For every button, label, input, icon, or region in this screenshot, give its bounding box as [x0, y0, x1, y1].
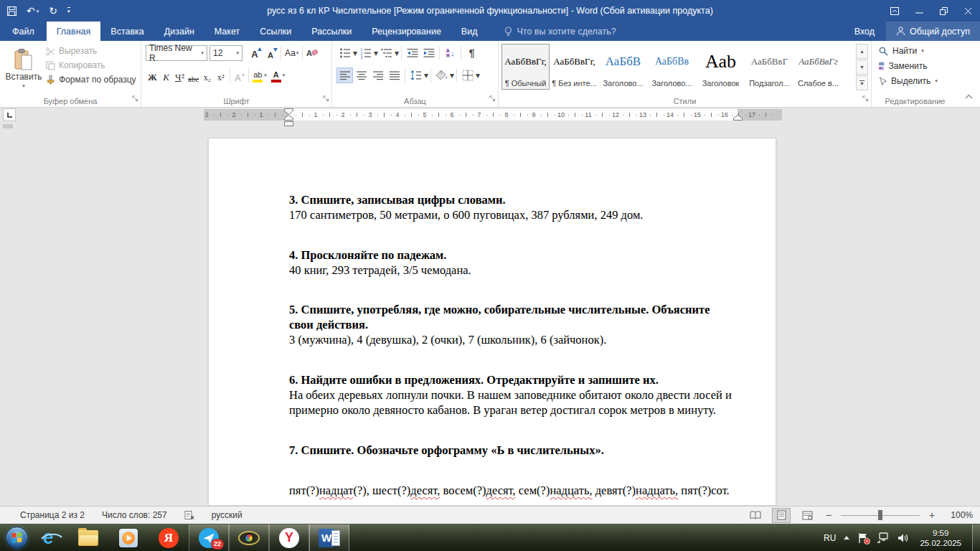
multilevel-dropdown-arrow[interactable]: ▾: [395, 48, 399, 58]
tab-home[interactable]: Главная: [47, 22, 101, 41]
first-line-indent-marker[interactable]: [284, 108, 293, 115]
font-color-button[interactable]: А: [270, 67, 283, 83]
subscript-button[interactable]: х₂: [200, 67, 214, 83]
print-layout-button[interactable]: [772, 508, 791, 523]
right-indent-marker[interactable]: [733, 115, 743, 121]
taskbar-yandex-browser-button[interactable]: Y: [269, 524, 309, 551]
action-center-icon[interactable]: [857, 532, 869, 544]
taskbar-word-button[interactable]: W: [309, 524, 349, 551]
clock[interactable]: 9:59 25.02.2025: [917, 528, 964, 548]
tab-design[interactable]: Дизайн: [154, 22, 204, 41]
find-dropdown-arrow[interactable]: ▾: [921, 48, 924, 54]
minimize-icon[interactable]: [907, 0, 931, 22]
zoom-out-button[interactable]: −: [824, 509, 834, 521]
superscript-button[interactable]: х²: [214, 67, 227, 83]
ribbon-display-options-icon[interactable]: [882, 0, 907, 22]
show-formatting-marks-button[interactable]: ¶: [463, 45, 480, 61]
page-indicator[interactable]: Страница 2 из 2: [20, 510, 85, 520]
zoom-slider[interactable]: [841, 510, 920, 520]
document-page[interactable]: 3. Спишите, записывая цифры словами.170 …: [208, 138, 776, 506]
tab-references[interactable]: Ссылки: [250, 22, 301, 41]
tab-file[interactable]: Файл: [0, 22, 47, 41]
doc-paragraph[interactable]: пят(?)надцат(?), шест(?)десят, восем(?)д…: [289, 483, 737, 498]
styles-scroll-up-button[interactable]: ▲: [856, 44, 868, 59]
close-icon[interactable]: [956, 0, 980, 22]
select-dropdown-arrow[interactable]: ▾: [935, 78, 938, 84]
clipboard-dialog-launcher-icon[interactable]: [132, 94, 138, 104]
align-right-button[interactable]: [369, 67, 386, 83]
sign-in-button[interactable]: Вход: [843, 22, 886, 41]
underline-button[interactable]: Ч▾: [173, 67, 187, 83]
paste-button[interactable]: Вставить ▾: [4, 43, 43, 95]
text-effects-button[interactable]: А▾: [232, 67, 246, 83]
customize-qat-icon[interactable]: ▾: [67, 7, 70, 14]
style-item-4[interactable]: АаБбВвЗаголово...: [648, 44, 696, 90]
tell-me-box[interactable]: Что вы хотите сделать?: [504, 22, 616, 41]
find-button[interactable]: Найти▾: [879, 46, 938, 56]
doc-paragraph[interactable]: 3 (мужчина), 4 (девушка), 2 (очки), 7 (ш…: [289, 332, 737, 347]
line-spacing-dropdown-arrow[interactable]: ▾: [424, 70, 428, 80]
shading-button[interactable]: [433, 67, 450, 83]
doc-paragraph[interactable]: На обеих деревьях лопнули почки. В нашем…: [289, 387, 737, 418]
start-button[interactable]: [6, 527, 28, 549]
show-desktop-button[interactable]: [972, 524, 980, 551]
bold-button[interactable]: Ж: [146, 67, 159, 83]
grow-font-button[interactable]: А: [247, 45, 263, 61]
font-dialog-launcher-icon[interactable]: [323, 94, 329, 104]
multilevel-list-button[interactable]: [378, 45, 395, 61]
left-indent-marker[interactable]: [284, 121, 293, 126]
zoom-level[interactable]: 100%: [944, 510, 973, 520]
style-item-6[interactable]: АаБбВвГПодзагол...: [745, 44, 793, 90]
proofing-status-icon[interactable]: [184, 510, 194, 520]
restore-icon[interactable]: [931, 0, 956, 22]
copy-button[interactable]: Копировать: [46, 60, 136, 70]
taskbar-file-explorer-icon[interactable]: [68, 524, 108, 551]
doc-heading[interactable]: 3. Спишите, записывая цифры словами.: [289, 192, 737, 207]
format-painter-button[interactable]: Формат по образцу: [46, 75, 136, 85]
keyboard-language-indicator[interactable]: RU: [824, 533, 836, 543]
align-left-button[interactable]: [336, 67, 353, 83]
share-button[interactable]: Общий доступ: [886, 22, 980, 41]
zoom-in-button[interactable]: +: [927, 509, 937, 521]
doc-heading[interactable]: 4. Просклоняйте по падежам.: [289, 248, 737, 263]
borders-button[interactable]: [459, 67, 476, 83]
increase-indent-button[interactable]: [420, 45, 437, 61]
italic-button[interactable]: К: [159, 67, 173, 83]
word-count[interactable]: Число слов: 257: [102, 510, 167, 520]
align-center-button[interactable]: [353, 67, 369, 83]
collapse-ribbon-icon[interactable]: [965, 91, 973, 101]
numbering-button[interactable]: 123: [357, 45, 374, 61]
shrink-font-button[interactable]: А: [263, 45, 278, 61]
doc-heading[interactable]: 7. Спишите. Обозначьте орфограмму «Ь в ч…: [289, 443, 737, 458]
redo-button[interactable]: ↻: [49, 6, 57, 16]
styles-dialog-launcher-icon[interactable]: [862, 94, 869, 104]
change-case-button[interactable]: Аа▾: [283, 45, 300, 61]
cut-button[interactable]: Вырезать: [46, 46, 136, 56]
styles-scroll-down-button[interactable]: ▼: [856, 60, 868, 75]
network-icon[interactable]: [877, 532, 890, 543]
save-icon[interactable]: [7, 6, 17, 16]
font-size-combo[interactable]: 12▾: [209, 45, 242, 61]
taskbar-telegram-button[interactable]: 22: [189, 524, 229, 551]
read-mode-button[interactable]: [746, 508, 765, 523]
bullets-button[interactable]: [336, 45, 353, 61]
doc-heading[interactable]: 5. Спишите, употребляя, где можно, собир…: [289, 302, 737, 332]
taskbar-yandex-icon[interactable]: Я: [149, 524, 189, 551]
tab-mailings[interactable]: Рассылки: [301, 22, 362, 41]
zoom-slider-thumb[interactable]: [878, 510, 882, 520]
taskbar-viewer-button[interactable]: [229, 524, 269, 551]
web-layout-button[interactable]: [798, 508, 816, 523]
clear-formatting-button[interactable]: А: [305, 45, 319, 61]
sort-button[interactable]: АЯ↓: [442, 45, 458, 61]
hanging-indent-marker[interactable]: [284, 115, 293, 121]
style-item-1[interactable]: АаБбВвГг,¶ Обычный: [501, 44, 550, 90]
tab-insert[interactable]: Вставка: [100, 22, 154, 41]
font-size-dropdown-arrow[interactable]: ▾: [233, 50, 239, 56]
taskbar-internet-explorer-icon[interactable]: e: [28, 524, 68, 551]
select-button[interactable]: Выделить▾: [879, 76, 938, 86]
font-name-combo[interactable]: Times New R▾: [146, 45, 207, 61]
doc-heading[interactable]: 6. Найдите ошибки в предложениях. Отреда…: [289, 372, 737, 387]
language-indicator[interactable]: русский: [212, 510, 242, 520]
style-item-2[interactable]: АаБбВвГг,¶ Без инте...: [550, 44, 598, 90]
doc-paragraph[interactable]: 40 книг, 293 тетрадей, 3/5 чемодана.: [289, 263, 737, 278]
